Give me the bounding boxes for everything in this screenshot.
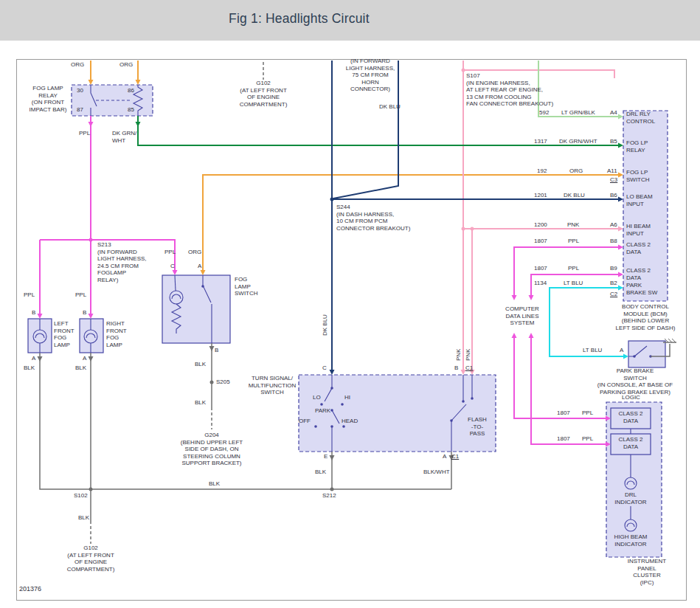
relay-pin-86: 86: [128, 87, 134, 94]
wiring-diagram-page: Fig 1: Headlights Circuit: [0, 0, 700, 608]
fog-switch-pin-c: C: [170, 263, 175, 270]
computer-data-lines-label: COMPUTER DATA LINES SYSTEM: [502, 305, 543, 327]
ipc-caption: INSTRUMENT PANEL CLUSTER (IPC): [620, 558, 673, 586]
relay-pin-87: 87: [77, 106, 83, 114]
fog-switch-pin-b: B: [215, 347, 218, 354]
wire-label-ppl-switch: PPL: [164, 249, 176, 256]
circuit-1201: 1201: [534, 192, 547, 199]
wire-label-pnk-2: PNK: [465, 349, 472, 361]
park-brake-switch-box: [628, 341, 665, 367]
ts-connector-c1-bottom: C1: [451, 453, 459, 460]
relay-pin-30: 30: [77, 87, 83, 94]
wire-label-org-switch: ORG: [188, 249, 201, 256]
bcm-func-fog-lp-relay: FOG LP RELAY: [626, 139, 666, 153]
wire-label-dk-blu-vertical: DK BLU: [322, 314, 329, 336]
wire-label-dk-grn-wht: DK GRN/ WHT: [112, 130, 136, 144]
color-ppl-ipc-2: PPL: [582, 435, 593, 443]
wire-label-blk-right: BLK: [75, 365, 86, 372]
circuit-1134: 1134: [534, 280, 547, 287]
fog-lamp-switch-label: FOG LAMP SWITCH: [235, 276, 258, 297]
ts-pos-off: OFF: [299, 418, 311, 425]
wire-label-lt-blu: LT BLU: [583, 347, 602, 354]
pin-a11: A11: [607, 167, 617, 175]
ipc-logic-label: LOGIC: [622, 394, 640, 401]
wire-label-blk-g102: BLK: [78, 514, 89, 522]
color-dk-blu: DK BLU: [564, 192, 585, 199]
relay-pin-85: 85: [128, 106, 134, 114]
splice-s102-label: S102: [74, 492, 88, 500]
left-fog-lamp-label: LEFT FRONT FOG LAMP: [54, 320, 74, 348]
turn-signal-switch-label: TURN SIGNAL/ MULTIFUNCTION SWITCH: [248, 375, 297, 396]
splice-s107-label: S107 (IN ENGINE HARNESS, AT LEFT REAR OF…: [466, 72, 553, 108]
circuit-1200: 1200: [534, 221, 547, 229]
fog-lamp-relay-label: FOG LAMP RELAY (ON FRONT IMPACT BAR): [27, 85, 69, 113]
circuit-192: 192: [537, 167, 547, 175]
document-number: 201376: [19, 586, 41, 593]
wire-label-blk-e: BLK: [315, 469, 326, 476]
circuit-1807-b9: 1807: [534, 265, 547, 272]
drl-indicator-label: DRL INDICATOR: [611, 491, 651, 505]
high-beam-indicator-label: HIGH BEAM INDICATOR: [611, 533, 651, 547]
color-pnk: PNK: [567, 221, 579, 229]
connector-c2: C2: [610, 291, 617, 298]
ts-pos-head: HEAD: [342, 418, 358, 425]
pin-b6: B6: [610, 192, 617, 199]
ipc-class2-label-2: CLASS 2 DATA: [611, 436, 651, 450]
ground-g102-top-label: G102 (AT LEFT FRONT OF ENGINE COMPARTMEN…: [238, 80, 289, 108]
color-lt-blu: LT BLU: [564, 280, 583, 287]
wire-label-pnk-1: PNK: [455, 349, 462, 361]
forward-harness-note: (IN FORWARD LIGHT HARNESS, 75 CM FROM HO…: [344, 58, 397, 93]
wire-label-blk-wht: BLK/WHT: [423, 469, 450, 476]
wire-label-dk-blu-top: DK BLU: [379, 103, 401, 111]
right-fog-pin-a: A: [83, 355, 86, 362]
bcm-func-class2-2: CLASS 2 DATA: [626, 267, 666, 281]
splice-s212-label: S212: [322, 492, 336, 500]
ts-connector-c1-top: C1: [465, 365, 473, 372]
ts-pos-park: PARK: [315, 407, 330, 415]
ts-pos-hi: HI: [344, 394, 350, 401]
ipc-class2-label-1: CLASS 2 DATA: [611, 410, 651, 424]
ts-pin-e: E: [324, 453, 328, 460]
bcm-func-drl-rly: DRL RLY CONTROL: [626, 111, 666, 125]
ground-g204-label: G204 (BEHIND UPPER LEFT SIDE OF DASH, ON…: [180, 432, 243, 467]
splice-s244-label: S244 (IN DASH HARNESS, 10 CM FROM PCM CO…: [336, 204, 410, 232]
color-dk-grn-wht: DK GRN/WHT: [559, 138, 597, 145]
pin-b9: B9: [610, 265, 617, 272]
right-fog-pin-b: B: [83, 309, 86, 317]
circuit-592: 592: [539, 109, 549, 117]
circuit-1807-ipc-2: 1807: [557, 435, 570, 443]
wire-label-blk-bus: BLK: [209, 480, 220, 488]
bcm-caption: BODY CONTROL MODULE (BCM) (BEHIND LOWER …: [610, 303, 681, 331]
bcm-func-park-brake: PARK BRAKE SW: [626, 282, 666, 296]
right-fog-lamp-box: [80, 319, 103, 353]
fog-switch-pin-a: A: [198, 263, 201, 270]
bcm-func-class2-1: CLASS 2 DATA: [626, 241, 666, 255]
pin-a6: A6: [610, 221, 617, 229]
left-fog-pin-b: B: [32, 309, 35, 317]
splice-s205-label: S205: [216, 379, 230, 386]
bcm-func-hi-beam: HI BEAM INPUT: [626, 223, 666, 237]
pin-b2: B2: [610, 280, 617, 287]
circuit-1317: 1317: [534, 138, 547, 145]
left-fog-pin-a: A: [32, 355, 35, 362]
bcm-func-lo-beam: LO BEAM INPUT: [626, 193, 666, 207]
ts-pin-a: A: [443, 453, 446, 460]
right-fog-lamp-label: RIGHT FRONT FOG LAMP: [106, 320, 127, 348]
wire-label-blk-left: BLK: [24, 365, 35, 372]
ts-pin-c: C: [322, 365, 327, 372]
splice-s213-label: S213 (IN FORWARD LIGHT HARNESS, 24.5 CM …: [97, 241, 147, 284]
wire-label-org-1: ORG: [71, 61, 84, 69]
color-ppl-b8: PPL: [568, 238, 579, 245]
park-brake-pin-a: A: [620, 347, 623, 354]
color-org: ORG: [569, 167, 583, 175]
connector-c3: C3: [610, 176, 617, 184]
wire-label-ppl-left: PPL: [24, 291, 35, 299]
circuit-1807-b8: 1807: [534, 238, 547, 245]
color-ppl-b9: PPL: [568, 265, 579, 272]
circuit-1807-ipc-1: 1807: [557, 410, 570, 417]
pin-a4: A4: [610, 109, 617, 117]
ts-pin-b: B: [454, 365, 458, 372]
wire-label-ppl-relay: PPL: [79, 130, 90, 137]
fog-lamp-switch-box: [162, 275, 230, 343]
wire-label-blk-switch-2: BLK: [195, 399, 206, 407]
